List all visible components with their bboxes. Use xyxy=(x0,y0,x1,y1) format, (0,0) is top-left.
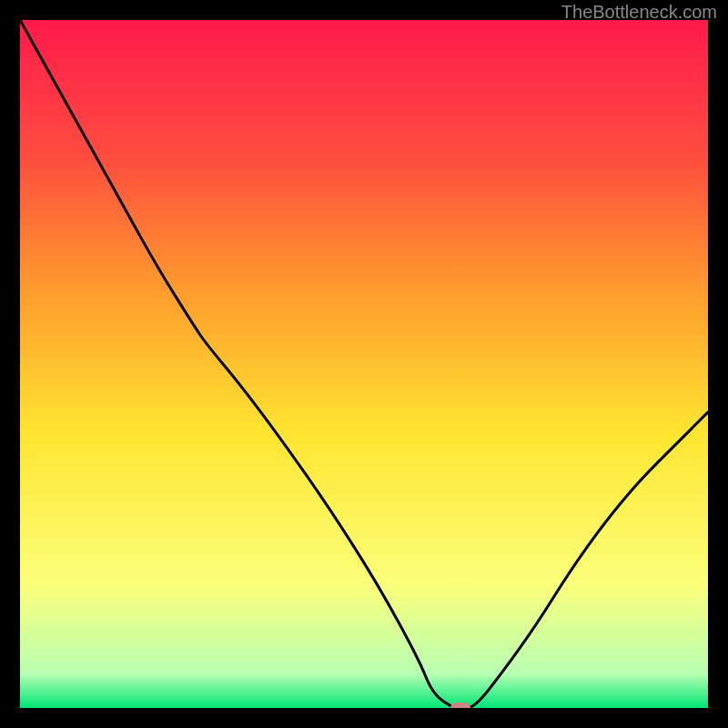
curve-minimum-marker xyxy=(450,703,470,708)
watermark-text: TheBottleneck.com xyxy=(561,2,717,23)
plot-area xyxy=(20,20,708,708)
bottleneck-curve xyxy=(20,20,708,708)
